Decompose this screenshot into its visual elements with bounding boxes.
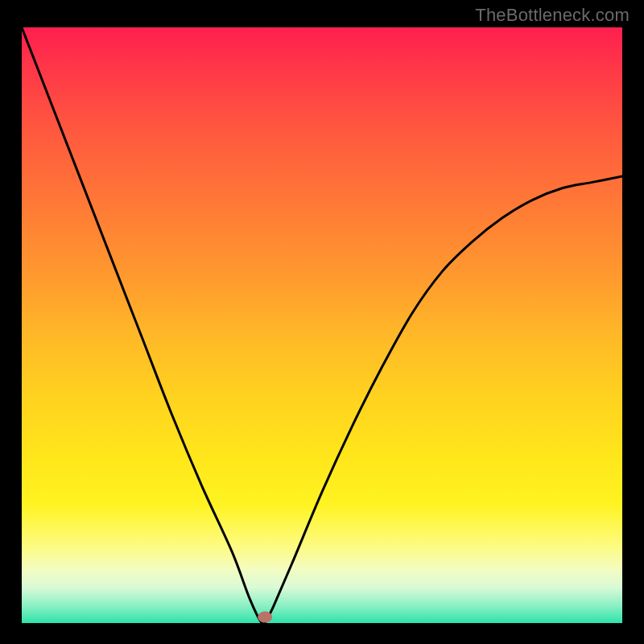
chart-frame: TheBottleneck.com [0, 0, 644, 644]
bottleneck-curve-svg [22, 27, 622, 623]
bottleneck-curve [22, 27, 622, 623]
plot-area [22, 27, 622, 623]
optimum-marker [258, 612, 272, 623]
watermark-credit: TheBottleneck.com [475, 5, 630, 26]
